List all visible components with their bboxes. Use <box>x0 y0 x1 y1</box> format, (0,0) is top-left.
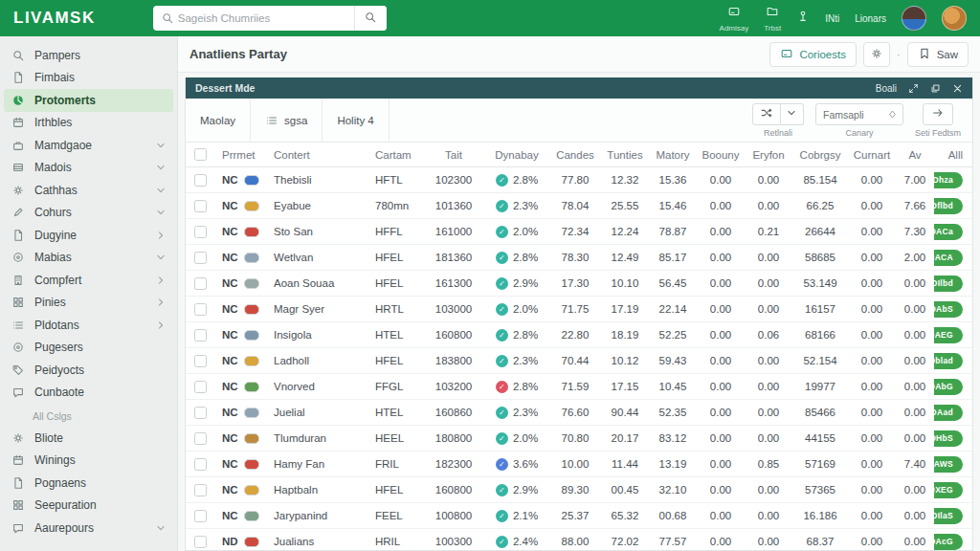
action-button[interactable]: DIlbd <box>934 276 963 292</box>
table-row: NCJuelialHTEL160860✓2.3%76.6090.4452.350… <box>186 400 972 426</box>
sidebar-item-cunbaote[interactable]: Cunbaote <box>0 382 177 405</box>
name-cell[interactable]: Juelial <box>270 407 368 418</box>
row-checkbox[interactable] <box>194 277 207 290</box>
sidebar-item-cohurs[interactable]: Cohurs <box>0 202 177 225</box>
sidebar-item-pinies[interactable]: Pinies <box>0 292 177 315</box>
action-button[interactable]: Dflbd <box>934 198 963 214</box>
row-checkbox[interactable] <box>194 355 207 367</box>
toolbar-item-maolay[interactable]: Maolay <box>186 99 251 142</box>
action-button[interactable]: DACa <box>934 224 963 240</box>
expand-icon[interactable] <box>908 83 919 94</box>
name-cell[interactable]: Haptbaln <box>270 484 368 496</box>
sidebar-item-peidyocts[interactable]: Peidyocts <box>0 359 177 382</box>
value-cell: 85.17 <box>649 252 697 263</box>
action-button[interactable]: DAbS <box>934 301 963 318</box>
filter-input-wrap[interactable] <box>815 103 903 125</box>
row-checkbox[interactable] <box>194 510 207 522</box>
value-cell: 0.00 <box>697 510 745 521</box>
row-checkbox[interactable] <box>194 174 207 187</box>
select-all-checkbox[interactable] <box>194 148 207 161</box>
name-cell[interactable]: Wetlvan <box>270 252 368 263</box>
sidebar-item-cathhas[interactable]: Cathhas <box>0 179 177 202</box>
sidebar-item-label: Winings <box>34 453 167 467</box>
restore-icon[interactable] <box>930 83 941 94</box>
name-cell[interactable]: Vnorved <box>270 381 368 392</box>
action-button[interactable]: DAWS <box>934 456 963 473</box>
sidebar-item-dugyine[interactable]: Dugyine <box>0 224 177 247</box>
row-checkbox[interactable] <box>194 407 207 419</box>
avatar[interactable] <box>902 6 926 31</box>
action-button[interactable]: DAbG <box>934 379 963 395</box>
chevron-right-icon <box>154 274 167 287</box>
sidebar-item-irthbles[interactable]: Irthbles <box>0 112 177 135</box>
contacts-button[interactable]: Corioests <box>769 42 857 67</box>
table-row: NCAoan SouaaHFEL161300✓2.9%17.3010.1056.… <box>186 271 972 297</box>
save-button[interactable]: Saw <box>907 42 969 67</box>
global-search[interactable] <box>153 6 387 31</box>
action-button[interactable]: DIlaS <box>934 508 963 524</box>
value-cell: 17.30 <box>549 277 601 289</box>
sidebar-item-mabias[interactable]: Mabias <box>0 247 177 270</box>
name-cell[interactable]: Tlumduran <box>270 432 368 444</box>
name-cell[interactable]: Aoan Souaa <box>270 277 368 289</box>
name-cell[interactable]: Sto San <box>270 226 368 237</box>
action-button[interactable]: DAad <box>934 405 963 421</box>
row-checkbox[interactable] <box>194 458 207 471</box>
row-checkbox[interactable] <box>194 226 207 238</box>
arrow-right-button[interactable] <box>923 103 953 125</box>
settings-button[interactable] <box>863 42 890 67</box>
name-cell[interactable]: Magr Syer <box>270 303 368 315</box>
sidebar-item-compfert[interactable]: Compfert <box>0 269 177 292</box>
sidebar-item-pampers[interactable]: Pampers <box>0 44 177 67</box>
action-button[interactable]: DHbS <box>934 430 963 447</box>
row-checkbox[interactable] <box>194 329 207 342</box>
table-row: NCEyabue780mn101360✓2.3%78.0425.5515.460… <box>186 193 972 219</box>
action-button[interactable]: DAEG <box>934 327 963 343</box>
row-checkbox[interactable] <box>194 252 207 264</box>
country-code: NC <box>222 355 238 366</box>
nav-action-signal[interactable] <box>796 10 810 27</box>
sidebar-item-winings[interactable]: Winings <box>0 450 177 473</box>
action-button[interactable]: DAcG <box>934 534 963 550</box>
row-checkbox[interactable] <box>194 536 207 548</box>
sidebar-item-pldotans[interactable]: Pldotans <box>0 314 177 337</box>
close-icon[interactable] <box>952 83 963 94</box>
toolbar-item-sgsa[interactable]: sgsa <box>251 99 323 142</box>
action-button[interactable]: DACA <box>934 250 963 266</box>
name-cell[interactable]: Ladholl <box>270 355 368 366</box>
sidebar-item-mamdgaoe[interactable]: Mamdgaoe <box>0 134 177 157</box>
name-cell[interactable]: Jarypanind <box>270 510 368 521</box>
sidebar-item-pognaens[interactable]: Pognaens <box>0 472 177 495</box>
name-cell[interactable]: Eyabue <box>270 200 368 211</box>
search-input[interactable] <box>178 12 354 24</box>
sidebar-item-seepuration[interactable]: Seepuration <box>0 495 177 518</box>
value-cell: 0.00 <box>697 407 745 418</box>
sidebar-item-pugesers[interactable]: Pugesers <box>0 337 177 360</box>
row-checkbox[interactable] <box>194 303 207 316</box>
row-checkbox[interactable] <box>194 484 207 496</box>
nav-action-cards[interactable]: Admisay <box>720 5 749 33</box>
action-button[interactable]: DXEG <box>934 482 963 498</box>
name-cell[interactable]: Hamy Fan <box>270 458 368 470</box>
sidebar-item-label: Pldotans <box>34 319 154 332</box>
sidebar-item-protomerts[interactable]: Protomerts <box>4 89 173 112</box>
sidebar-item-bliote[interactable]: Bliote <box>0 427 177 450</box>
shuffle-button[interactable] <box>752 103 781 125</box>
name-cell[interactable]: Thebisli <box>270 174 368 186</box>
nav-action-folder[interactable]: Trbst <box>764 5 781 33</box>
name-cell[interactable]: Insigola <box>270 329 368 341</box>
row-checkbox[interactable] <box>194 432 207 445</box>
sidebar-item-fimbais[interactable]: Fimbais <box>0 67 177 90</box>
filter-input[interactable] <box>823 109 880 121</box>
search-button[interactable] <box>354 6 387 31</box>
name-cell[interactable]: Jualians <box>270 536 368 547</box>
toolbar-item-holity[interactable]: Holity 4 <box>323 99 389 142</box>
dropdown-button[interactable] <box>781 103 804 125</box>
row-checkbox[interactable] <box>194 200 207 212</box>
row-checkbox[interactable] <box>194 381 207 393</box>
action-button[interactable]: Dhza <box>934 172 963 188</box>
action-button[interactable]: Dblad <box>934 353 963 369</box>
sidebar-item-madois[interactable]: Madois <box>0 157 177 180</box>
avatar[interactable] <box>942 6 967 31</box>
sidebar-item-aaurepours[interactable]: Aaurepours <box>0 517 177 540</box>
